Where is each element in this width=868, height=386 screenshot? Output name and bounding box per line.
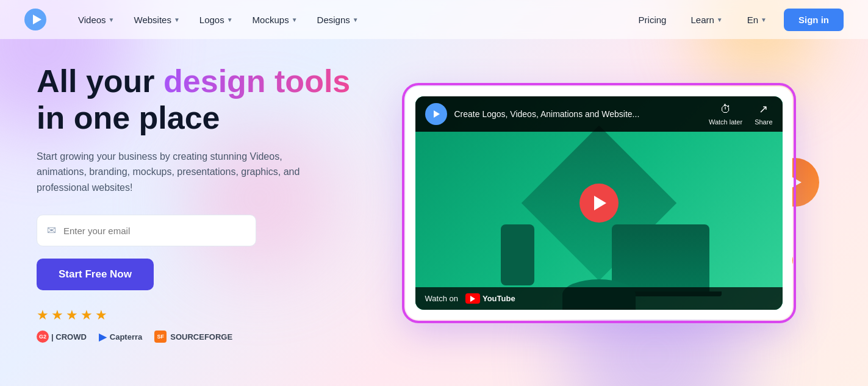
chevron-down-icon: ▼ <box>227 16 233 23</box>
nav-learn-link[interactable]: Learn ▼ <box>683 10 730 30</box>
share-button[interactable]: ↗ Share <box>755 102 772 126</box>
nav-right: Pricing Learn ▼ En ▼ Sign in <box>631 9 844 31</box>
video-frame: Create Logos, Videos, Animations and Web… <box>415 96 783 310</box>
nav-item-videos[interactable]: Videos ▼ <box>71 10 122 30</box>
chevron-down-icon: ▼ <box>717 16 723 23</box>
chevron-down-icon: ▼ <box>292 16 298 23</box>
nav-item-logos[interactable]: Logos ▼ <box>192 10 240 30</box>
main-content: All your design toolsin one place Start … <box>0 39 868 367</box>
chevron-down-icon: ▼ <box>109 16 115 23</box>
star-5: ★ <box>95 307 107 323</box>
video-container: Create Logos, Videos, Animations and Web… <box>404 85 794 321</box>
sourceforge-icon: SF <box>154 331 167 343</box>
nav-pricing-link[interactable]: Pricing <box>631 10 674 30</box>
g2-icon: G2 <box>37 331 49 343</box>
chevron-down-icon: ▼ <box>761 16 767 23</box>
nav-links: Videos ▼ Websites ▼ Logos ▼ Mockups ▼ De… <box>71 10 631 30</box>
navbar: Videos ▼ Websites ▼ Logos ▼ Mockups ▼ De… <box>0 0 868 39</box>
3d-laptop <box>612 224 709 291</box>
hero-right: Create Logos, Videos, Animations and Web… <box>366 85 831 321</box>
capterra-icon: ▶ <box>99 331 106 343</box>
nav-item-mockups[interactable]: Mockups ▼ <box>245 10 305 30</box>
nav-item-websites[interactable]: Websites ▼ <box>127 10 187 30</box>
g2-badge[interactable]: G2 | CROWD <box>37 331 87 343</box>
start-free-button[interactable]: Start Free Now <box>37 259 154 290</box>
nav-language-selector[interactable]: En ▼ <box>740 10 774 30</box>
youtube-logo[interactable]: YouTube <box>465 293 515 304</box>
3d-phone <box>501 224 534 285</box>
video-title: Create Logos, Videos, Animations and Web… <box>454 109 701 119</box>
video-play-button-large[interactable] <box>579 184 619 223</box>
capterra-label: Capterra <box>110 332 142 341</box>
g2-crowd-label: | CROWD <box>51 332 87 341</box>
star-3: ★ <box>66 307 78 323</box>
star-rating: ★ ★ ★ ★ ★ <box>37 307 366 323</box>
share-icon: ↗ <box>759 102 768 116</box>
signin-button[interactable]: Sign in <box>784 9 844 31</box>
watch-on-text: Watch on <box>425 294 458 303</box>
video-top-bar: Create Logos, Videos, Animations and Web… <box>415 96 783 132</box>
email-form: ✉ <box>37 215 256 246</box>
star-1: ★ <box>37 307 49 323</box>
logo[interactable] <box>24 9 46 30</box>
youtube-label: YouTube <box>482 294 515 303</box>
chevron-down-icon: ▼ <box>353 16 359 23</box>
chevron-down-icon: ▼ <box>174 16 180 23</box>
youtube-play-button[interactable] <box>425 103 447 125</box>
video-top-actions: ⏱ Watch later ↗ Share <box>709 102 773 126</box>
email-icon: ✉ <box>47 224 56 237</box>
capterra-badge[interactable]: ▶ Capterra <box>99 331 142 343</box>
email-input[interactable] <box>63 226 246 236</box>
hero-title: All your design toolsin one place <box>37 63 366 137</box>
youtube-icon <box>465 293 480 304</box>
star-4: ★ <box>81 307 93 323</box>
review-badges: G2 | CROWD ▶ Capterra SF SOURCEFORGE <box>37 331 366 343</box>
sourceforge-badge[interactable]: SF SOURCEFORGE <box>154 331 232 343</box>
hero-left: All your design toolsin one place Start … <box>37 63 366 343</box>
hero-subtitle: Start growing your business by creating … <box>37 149 317 196</box>
nav-item-designs[interactable]: Designs ▼ <box>310 10 366 30</box>
clock-icon: ⏱ <box>720 103 731 116</box>
watch-later-button[interactable]: ⏱ Watch later <box>709 103 742 126</box>
video-bottom-bar: Watch on YouTube <box>415 287 783 310</box>
sourceforge-label: SOURCEFORGE <box>170 332 232 341</box>
star-2: ★ <box>51 307 63 323</box>
